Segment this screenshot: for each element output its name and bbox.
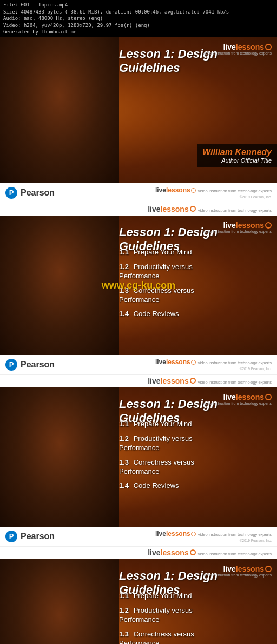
lesson-item-4-3: 1.3 Correctness versusPerformance [119, 630, 273, 644]
ll-tr-2: live lessons video instruction from tech… [203, 221, 272, 233]
live-text-1: live [223, 43, 236, 51]
lessons-text-1: lessons [236, 43, 264, 51]
ll-row2-3: live lessons video instruction from tech… [0, 546, 277, 559]
ll2-live-1: live [148, 205, 160, 213]
frame-2: Lesson 1: Design Guidelines 1.1 Prepare … [0, 216, 277, 387]
ll-lessons-1: lessons [166, 186, 190, 194]
ll-tr-4: live lessons video instruction from tech… [203, 565, 272, 577]
lesson-item-2-2: 1.2 Productivity versusPerformance [119, 263, 273, 281]
pearson-label-2: Pearson [21, 360, 55, 370]
lesson-items-4: 1.1 Prepare Your Mind 1.2 Productivity v… [119, 592, 273, 644]
ll-copy-1: ©2019 Pearson, Inc. [240, 195, 272, 199]
lesson-item-2-4: 1.4 Code Reviews [119, 310, 273, 319]
item-text-2-2: Productivity versusPerformance [119, 263, 193, 280]
frame-1: Lesson 1: Design Guidelines William Kenn… [0, 37, 277, 216]
lesson-item-3-2: 1.2 Productivity versusPerformance [119, 434, 273, 453]
livelessons-top-right-1: live lessons video instruction from tech… [203, 43, 272, 55]
file-info-line1: File: 001 - Topics.mp4 [3, 2, 274, 9]
ll-top-1: live lessons video instruction from tech… [155, 186, 272, 194]
author-title: Author Official Title [202, 157, 272, 164]
lessons-2: lessons [236, 221, 264, 230]
file-info-line4: Video: h264, yuv420p, 1280x720, 29.97 fp… [3, 22, 274, 29]
person-area-4 [0, 559, 119, 644]
right-logos-1: live lessons video instruction from tech… [155, 186, 272, 199]
ll2-circle-1 [190, 206, 196, 212]
right-logos-3: live lessons video instruction from tech… [155, 530, 272, 542]
lesson-item-4-2: 1.2 Productivity versusPerformance [119, 606, 273, 625]
person-area-3 [0, 387, 119, 527]
bottom-bar-2: P Pearson live lessons video instruction… [0, 355, 277, 374]
lesson-item-2-1: 1.1 Prepare Your Mind [119, 248, 273, 257]
video-frame-1: Lesson 1: Design Guidelines William Kenn… [0, 37, 277, 183]
lesson-items-3: 1.1 Prepare Your Mind 1.2 Productivity v… [119, 420, 273, 496]
item-num-2-1: 1.1 [119, 248, 129, 256]
frame-3: Lesson 1: Design Guidelines 1.1 Prepare … [0, 387, 277, 559]
ll2-lessons-1: lessons [161, 205, 189, 213]
item-text-2-1: Prepare Your Mind [134, 248, 192, 256]
video-frame-2: Lesson 1: Design Guidelines 1.1 Prepare … [0, 216, 277, 355]
logo-circle-2 [265, 222, 272, 229]
ll-live-1: live [155, 186, 166, 194]
author-overlay: William Kennedy Author Official Title [197, 144, 277, 167]
ll-tr-3: live lessons video instruction from tech… [203, 393, 272, 405]
file-info-line5: Generated by Thumbnail me [3, 29, 274, 36]
ll-subtitle-bar-1: video instruction from technology expert… [198, 189, 272, 193]
pearson-label-1: Pearson [21, 188, 55, 198]
pearson-p-icon-1: P [5, 187, 17, 199]
ll-sub-bar-2: video instruction from technology expert… [198, 360, 272, 365]
ll-row2-2: live lessons video instruction from tech… [0, 374, 277, 387]
pearson-logo-1: P Pearson [5, 187, 55, 199]
ll2-subtitle-1: video instruction from technology expert… [198, 208, 272, 213]
pearson-logo-3: P Pearson [5, 531, 55, 542]
person-area-1 [0, 37, 119, 183]
ll-sub-2: video instruction from technology expert… [203, 230, 272, 233]
right-logos-2: live lessons video instruction from tech… [155, 358, 272, 371]
pearson-logo-2: P Pearson [5, 359, 55, 371]
watermark-2: www.cg-ku.com [102, 279, 175, 291]
ll-top-2: live lessons video instruction from tech… [155, 358, 272, 366]
bottom-bar-3: P Pearson live lessons video instruction… [0, 527, 277, 546]
lesson-item-3-4: 1.4 Code Reviews [119, 481, 273, 491]
item-text-2-4: Code Reviews [134, 310, 179, 318]
item-num-2-4: 1.4 [119, 310, 129, 318]
lesson-item-4-1: 1.1 Prepare Your Mind [119, 592, 273, 601]
ll-subtitle-1: video instruction from technology expert… [203, 51, 272, 55]
author-name: William Kennedy [202, 147, 272, 157]
video-frame-3: Lesson 1: Design Guidelines 1.1 Prepare … [0, 387, 277, 527]
pearson-p-2: P [5, 359, 17, 371]
file-info-line3: Audio: aac, 48000 Hz, stereo (eng) [3, 15, 274, 22]
logo-circle-1 [265, 44, 272, 50]
ll-circle-1 [191, 188, 196, 193]
item-num-2-2: 1.2 [119, 263, 129, 271]
lesson-item-3-1: 1.1 Prepare Your Mind [119, 420, 273, 429]
file-info-line2: Size: 40487433 bytes ( 38.61 MiB), durat… [3, 9, 274, 16]
video-frame-4: Lesson 1: Design Guidelines 1.1 Prepare … [0, 559, 277, 644]
bottom-bar-1: P Pearson live lessons video instruction… [0, 183, 277, 203]
lesson-item-3-3: 1.3 Correctness versusPerformance [119, 458, 273, 477]
ll-row2-1: live lessons video instruction from tech… [0, 203, 277, 216]
live-2: live [223, 221, 236, 230]
frame-4: Lesson 1: Design Guidelines 1.1 Prepare … [0, 559, 277, 644]
file-info-bar: File: 001 - Topics.mp4 Size: 40487433 by… [0, 0, 277, 37]
